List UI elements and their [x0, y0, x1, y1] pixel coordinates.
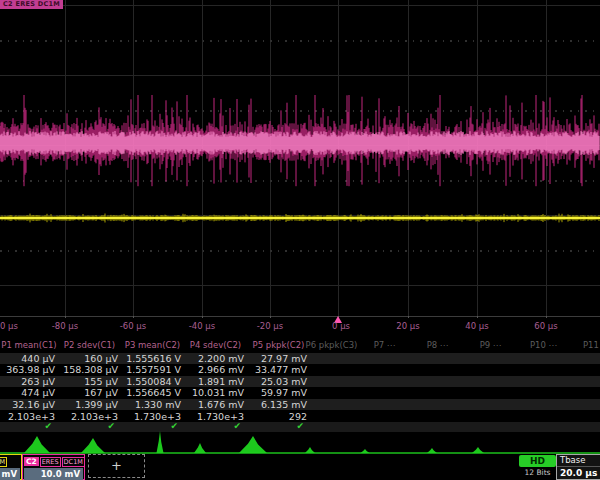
measurement-value: 158.308 µV [58, 364, 121, 376]
measurement-value: 1.676 mV [184, 399, 247, 411]
c2-coupling-tag: DC1M [62, 457, 85, 467]
timebase-value: 20.0 µs [557, 467, 600, 479]
measurement-value: 59.97 mV [247, 387, 310, 399]
measurement-value: 1.557591 V [121, 364, 184, 376]
add-trace-button[interactable]: + [88, 454, 145, 478]
param-column-header[interactable]: P2 sdev(C1) [58, 339, 121, 351]
graticule-and-traces [0, 0, 600, 318]
c1-volts-per-div: 10.0 mV [0, 468, 20, 480]
param-column-header[interactable]: P5 pkpk(C2) [247, 339, 310, 351]
measurement-value: 363.98 µV [0, 364, 58, 376]
param-column-header[interactable]: P3 mean(C2) [121, 339, 184, 351]
trace-annotation-badge: C2 ERES DC1M [0, 0, 63, 9]
hd-bits-label: 12 Bits [519, 468, 556, 477]
measurement-value: 27.97 mV [247, 353, 310, 365]
param-column-header[interactable]: P9 ⋯ [464, 339, 517, 351]
measurement-value: 155 µV [58, 376, 121, 388]
time-axis-label: 0 µs [332, 321, 350, 331]
param-column-header[interactable]: P8 ⋯ [411, 339, 464, 351]
histogram-peak [157, 431, 164, 453]
time-axis-label: -100 µs [0, 321, 18, 331]
measurement-value: 263 µV [0, 376, 58, 388]
time-axis-label: -40 µs [189, 321, 215, 331]
time-axis-label: 60 µs [534, 321, 557, 331]
measurement-value: 1.330 mV [121, 399, 184, 411]
measurement-value: 2.966 mV [184, 364, 247, 376]
c2-volts-per-div: 10.0 mV [24, 468, 83, 480]
param-column-header[interactable]: P11 ⋯ [570, 339, 600, 351]
plus-icon: + [111, 458, 122, 473]
measurement-value: 440 µV [0, 353, 58, 365]
histogram-peak [81, 438, 105, 453]
time-axis: -100 µs-80 µs-60 µs-40 µs-20 µs0 µs20 µs… [0, 316, 600, 338]
param-column-header[interactable]: P4 sdev(C2) [184, 339, 247, 351]
measurement-value: 1.556645 V [121, 387, 184, 399]
measurement-table: P1 mean(C1)440 µV363.98 µV263 µV474 µV32… [0, 338, 600, 432]
hd-mode-badge[interactable]: HD [519, 455, 556, 467]
time-axis-label: -60 µs [120, 321, 146, 331]
measurement-value: 1.891 mV [184, 376, 247, 388]
param-column-header[interactable]: P10 ⋯ [517, 339, 570, 351]
c2-noise-trace-core [0, 131, 599, 155]
time-axis-label: 20 µs [396, 321, 419, 331]
measurement-value: 474 µV [0, 387, 58, 399]
timebase-descriptor[interactable]: Tbase 20.0 µs [556, 454, 600, 480]
measurement-value: 160 µV [58, 353, 121, 365]
param-column-header[interactable]: P1 mean(C1) [0, 339, 58, 351]
histogram-peak [239, 436, 267, 453]
c2-label: C2 [24, 457, 39, 466]
measurement-value: 32.16 µV [0, 399, 58, 411]
channel-c2-descriptor[interactable]: C2 ERES DC1M 10.0 mV [22, 454, 85, 480]
param-column-header[interactable]: P7 ⋯ [358, 339, 411, 351]
c2-eres-tag: ERES [40, 457, 61, 467]
measurement-value: 1.399 µV [58, 399, 121, 411]
measurement-value: 6.135 mV [247, 399, 310, 411]
timebase-title: Tbase [557, 455, 600, 467]
waveform-display[interactable]: C2 ERES DC1M [0, 0, 600, 318]
measurement-value: 1.550084 V [121, 376, 184, 388]
time-axis-label: -20 µs [257, 321, 283, 331]
measurement-value: 25.03 mV [247, 376, 310, 388]
time-axis-label: -80 µs [52, 321, 78, 331]
measurement-value: 33.477 mV [247, 364, 310, 376]
channel-c1-descriptor[interactable]: C1 DC1M 10.0 mV [0, 454, 22, 480]
descriptor-bar: C1 DC1M 10.0 mV C2 ERES DC1M 10.0 mV + H… [0, 452, 600, 480]
param-column-header[interactable]: P6 pkpk(C3) [305, 339, 358, 351]
c1-coupling-tag: DC1M [0, 457, 7, 467]
oscilloscope-screen: C2 ERES DC1M -100 µs-80 µs-60 µs-40 µs-2… [0, 0, 600, 480]
measurement-value: 10.031 mV [184, 387, 247, 399]
measurement-value: 1.555616 V [121, 353, 184, 365]
measurement-value: 167 µV [58, 387, 121, 399]
measurement-value: 2.200 mV [184, 353, 247, 365]
histogram-peak [24, 436, 50, 453]
time-axis-label: 40 µs [465, 321, 488, 331]
